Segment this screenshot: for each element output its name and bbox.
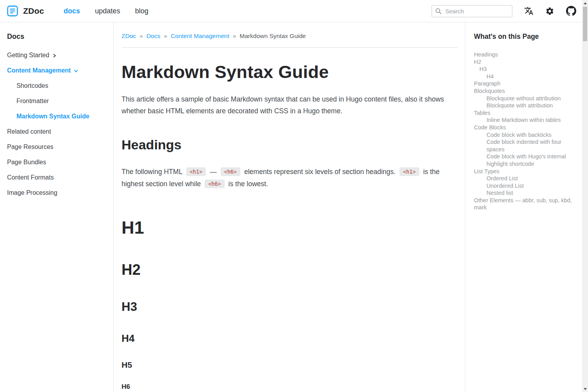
chevron-down-icon bbox=[74, 69, 78, 73]
sidebar-item-image-processing[interactable]: Image Processing bbox=[7, 189, 106, 196]
search-box[interactable] bbox=[432, 5, 512, 17]
section-heading-headings: Headings bbox=[122, 137, 458, 152]
toc-item-h3[interactable]: H3 bbox=[474, 65, 572, 73]
toc-item-code-blocks[interactable]: Code Blocks bbox=[474, 124, 572, 131]
page-scrollbar[interactable] bbox=[582, 0, 588, 392]
chevron-right-icon bbox=[52, 53, 57, 58]
main-nav: docs updates blog bbox=[64, 7, 148, 15]
nav-link-docs[interactable]: docs bbox=[64, 7, 80, 15]
text-run: The following HTML bbox=[122, 168, 182, 176]
sidebar-item-frontmatter[interactable]: Frontmatter bbox=[16, 98, 106, 105]
headings-description: The following HTML <h1> — <h6> elements … bbox=[122, 166, 458, 190]
article-intro: This article offers a sample of basic Ma… bbox=[122, 93, 458, 117]
toc-list: Headings H2 H3 H4 Paragraph Blockquotes … bbox=[474, 51, 572, 211]
search-icon bbox=[435, 8, 442, 15]
breadcrumb-current: Markdown Syntax Guide bbox=[240, 33, 306, 40]
sidebar-item-page-bundles[interactable]: Page Bundles bbox=[7, 159, 106, 166]
toc-item-inline-markdown-within-tables[interactable]: Inline Markdown within tables bbox=[474, 116, 572, 124]
github-button[interactable] bbox=[566, 6, 576, 16]
scrollbar-thumb[interactable] bbox=[583, 7, 587, 41]
toc-item-blockquote-with-attribution[interactable]: Blockquote with attribution bbox=[474, 102, 572, 109]
heading-sample-h3: H3 bbox=[122, 300, 458, 314]
gear-icon bbox=[545, 7, 554, 16]
toc-item-ordered-list[interactable]: Ordered List bbox=[474, 175, 572, 182]
heading-sample-h4: H4 bbox=[122, 332, 458, 345]
article-main: ZDoc » Docs » Content Management » Markd… bbox=[114, 22, 465, 392]
zdoc-logo-icon bbox=[7, 5, 18, 16]
heading-sample-h6: H6 bbox=[122, 383, 458, 391]
toc-item-unordered-list[interactable]: Unordered List bbox=[474, 182, 572, 190]
toc-panel: What's on this Page Headings H2 H3 H4 Pa… bbox=[465, 22, 588, 392]
nav-link-updates[interactable]: updates bbox=[95, 7, 120, 15]
toc-item-other-elements[interactable]: Other Elements — abbr, sub, sup, kbd, ma… bbox=[474, 197, 572, 211]
settings-button[interactable] bbox=[545, 7, 554, 16]
sidebar-item-label: Content Management bbox=[7, 67, 71, 74]
toc-title: What's on this Page bbox=[474, 33, 572, 41]
scroll-up-arrow[interactable] bbox=[582, 0, 588, 6]
toc-item-blockquotes[interactable]: Blockquotes bbox=[474, 87, 572, 95]
sidebar-title: Docs bbox=[7, 33, 106, 41]
breadcrumb-separator: » bbox=[233, 33, 236, 40]
text-run: elements represent six levels of section… bbox=[244, 168, 396, 176]
docs-sidebar: Docs Getting Started Content Management … bbox=[0, 22, 114, 392]
toc-item-headings[interactable]: Headings bbox=[474, 51, 572, 58]
toc-item-code-block-with-backticks[interactable]: Code block with backticks bbox=[474, 131, 572, 139]
inline-code-h1: <h1> bbox=[186, 167, 206, 176]
breadcrumb-link-docs[interactable]: Docs bbox=[147, 33, 160, 40]
translate-button[interactable] bbox=[524, 6, 534, 16]
github-icon bbox=[566, 6, 576, 16]
toc-item-code-block-indented[interactable]: Code block indented with four spaces bbox=[474, 138, 572, 153]
heading-sample-h1: H1 bbox=[122, 218, 458, 238]
sidebar-item-getting-started[interactable]: Getting Started bbox=[7, 52, 106, 59]
inline-code-h1: <h1> bbox=[399, 167, 419, 176]
heading-sample-h5: H5 bbox=[122, 360, 458, 370]
breadcrumb-separator: » bbox=[140, 33, 143, 40]
sidebar-item-shortcodes[interactable]: Shortcodes bbox=[16, 82, 106, 89]
sidebar-item-related-content[interactable]: Related content bbox=[7, 128, 106, 135]
toc-item-blockquote-without-attribution[interactable]: Blockquote without attribution bbox=[474, 95, 572, 102]
translate-icon bbox=[524, 6, 534, 16]
inline-code-h6: <h6> bbox=[221, 167, 241, 176]
heading-sample-h2: H2 bbox=[122, 261, 458, 278]
toc-item-tables[interactable]: Tables bbox=[474, 109, 572, 117]
nav-link-blog[interactable]: blog bbox=[135, 7, 148, 15]
toc-item-h2[interactable]: H2 bbox=[474, 58, 572, 66]
sidebar-item-markdown-syntax-guide[interactable]: Markdown Syntax Guide bbox=[16, 113, 106, 120]
sidebar-item-label: Getting Started bbox=[7, 52, 49, 59]
text-run: — bbox=[210, 168, 217, 176]
toc-item-code-block-highlight-shortcode[interactable]: Code block with Hugo's internal highligh… bbox=[474, 153, 572, 167]
scroll-down-arrow[interactable] bbox=[582, 386, 588, 392]
breadcrumb-separator: » bbox=[164, 33, 167, 40]
page-title: Markdown Syntax Guide bbox=[122, 62, 458, 82]
navbar-actions bbox=[432, 5, 576, 17]
toc-item-nested-list[interactable]: Nested list bbox=[474, 189, 572, 197]
top-navbar: ZDoc docs updates blog bbox=[0, 0, 588, 22]
zdoc-app: ZDoc docs updates blog bbox=[0, 0, 588, 392]
breadcrumb: ZDoc » Docs » Content Management » Markd… bbox=[122, 33, 458, 40]
triangle-down-icon bbox=[584, 388, 587, 390]
triangle-up-icon bbox=[584, 2, 587, 4]
sidebar-item-content-formats[interactable]: Content Formats bbox=[7, 174, 106, 181]
breadcrumb-link-content-management[interactable]: Content Management bbox=[171, 33, 229, 40]
sidebar-item-page-resources[interactable]: Page Resources bbox=[7, 143, 106, 151]
breadcrumb-link-zdoc[interactable]: ZDoc bbox=[122, 33, 136, 40]
body-row: Docs Getting Started Content Management … bbox=[0, 22, 588, 392]
search-input[interactable] bbox=[445, 7, 509, 15]
sidebar-item-content-management[interactable]: Content Management bbox=[7, 67, 106, 74]
brand[interactable]: ZDoc bbox=[7, 5, 44, 16]
breadcrumb-divider bbox=[122, 47, 458, 48]
toc-item-paragraph[interactable]: Paragraph bbox=[474, 80, 572, 87]
toc-item-list-types[interactable]: List Types bbox=[474, 168, 572, 175]
brand-name[interactable]: ZDoc bbox=[23, 6, 44, 16]
inline-code-h6: <h6> bbox=[205, 180, 225, 188]
text-run: is the lowest. bbox=[229, 180, 268, 188]
toc-item-h4[interactable]: H4 bbox=[474, 73, 572, 80]
